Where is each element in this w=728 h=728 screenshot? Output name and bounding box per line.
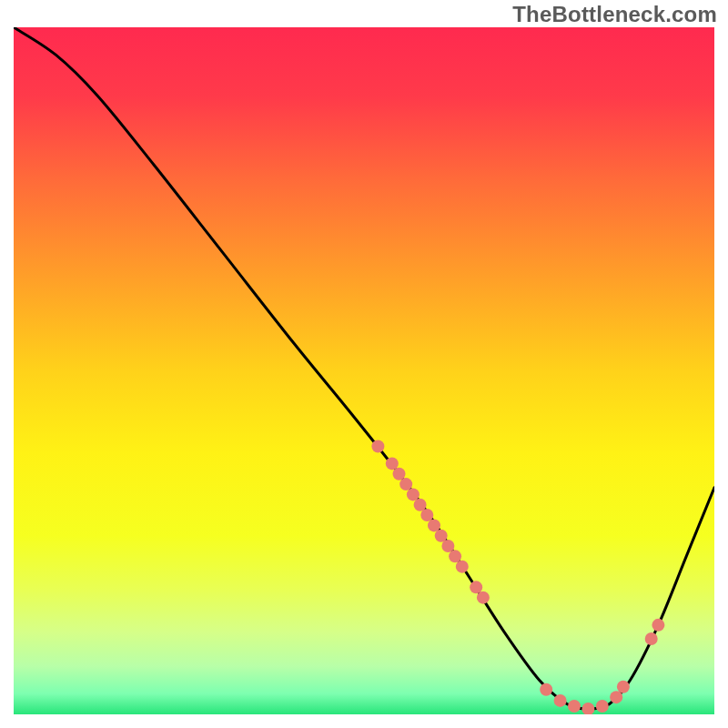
- data-point: [652, 619, 664, 632]
- data-point: [596, 700, 609, 713]
- data-point: [393, 468, 406, 480]
- data-point: [540, 683, 552, 696]
- data-point: [610, 691, 622, 703]
- chart-background: [14, 27, 714, 714]
- data-point: [470, 581, 482, 593]
- data-point: [399, 478, 412, 490]
- data-point: [456, 561, 469, 573]
- data-point: [435, 530, 448, 542]
- data-point: [371, 440, 384, 453]
- watermark-text: TheBottleneck.com: [512, 2, 717, 27]
- data-point: [441, 540, 454, 552]
- data-point: [617, 681, 630, 693]
- data-point: [428, 519, 440, 531]
- bottleneck-chart: [14, 27, 714, 714]
- chart-svg: [14, 27, 714, 714]
- data-point: [477, 592, 490, 604]
- data-point: [554, 694, 567, 707]
- data-point: [568, 700, 581, 713]
- data-point: [386, 457, 399, 470]
- data-point: [645, 632, 658, 645]
- data-point: [414, 499, 427, 511]
- data-point: [449, 550, 461, 562]
- data-point: [420, 509, 433, 521]
- data-point: [407, 488, 420, 500]
